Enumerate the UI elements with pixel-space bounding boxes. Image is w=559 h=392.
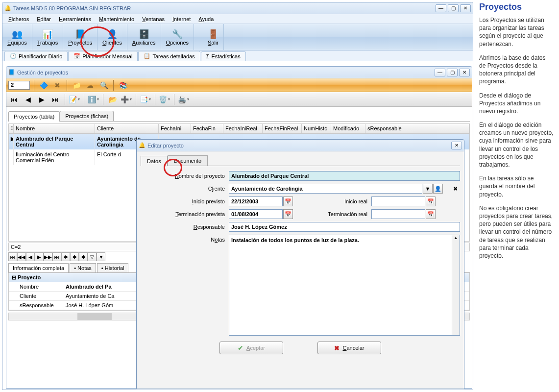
maximize-button[interactable]: ▢ xyxy=(447,69,458,76)
nav-prev[interactable]: ◀ xyxy=(22,94,34,105)
col-fechaini[interactable]: FechaIni xyxy=(159,124,191,133)
app-icon: 🔔 xyxy=(4,5,11,12)
calendar-icon[interactable]: 📅 xyxy=(426,209,436,219)
input-cliente[interactable] xyxy=(229,184,422,194)
nav-last-btn[interactable]: ⏭ xyxy=(52,252,61,261)
nav-fwd-btn[interactable]: ▶ xyxy=(35,252,44,261)
info-icon[interactable]: ℹ️▼ xyxy=(88,94,99,105)
tab-planif-mensual[interactable]: 📅Planificador Mensual xyxy=(68,51,138,61)
menu-ayuda[interactable]: Ayuda xyxy=(194,15,218,23)
print-icon[interactable]: 🖨️▼ xyxy=(178,94,190,105)
calendar-icon[interactable]: 📅 xyxy=(283,209,293,219)
close-button[interactable]: ✕ xyxy=(451,142,462,149)
edit-dialog: 🔔 Editar proyecto ✕ Datos Documento Nomb… xyxy=(136,139,464,389)
copy-icon[interactable]: 📑▼ xyxy=(140,94,151,105)
itab-historial[interactable]: • Historial xyxy=(97,263,129,272)
minimize-button[interactable]: ― xyxy=(435,69,445,76)
nav-back-btn[interactable]: ◀ xyxy=(26,252,35,261)
menu-herramientas[interactable]: Herramientas xyxy=(55,15,95,23)
col-sresponsable[interactable]: sResponsable xyxy=(365,124,469,133)
maximize-button[interactable]: ▢ xyxy=(448,4,459,12)
x-icon: ✖ xyxy=(334,344,340,352)
help-paragraph: Los Proyectos se utilizan para organizar… xyxy=(479,16,554,48)
nav-next[interactable]: ▶ xyxy=(36,94,48,105)
nav-funnel-btn[interactable]: ▽ xyxy=(88,252,97,261)
col-numhist[interactable]: NumHistc xyxy=(302,124,331,133)
tab-tabla[interactable]: Proyectos (tabla) xyxy=(8,111,60,122)
nav-drop-btn[interactable]: ▾ xyxy=(97,252,105,261)
menu-editar[interactable]: Editar xyxy=(33,15,55,23)
folder-icon[interactable]: 📁 xyxy=(71,80,82,91)
nav-check-btn[interactable]: ✱ xyxy=(79,252,88,261)
close-button[interactable]: ✕ xyxy=(460,4,471,12)
nav-next-btn[interactable]: ▶▶ xyxy=(44,252,52,261)
aceptar-button[interactable]: ✔Aceptar xyxy=(219,342,283,354)
col-modificado[interactable]: Modificado xyxy=(331,124,365,133)
tb-salir[interactable]: 🚪Salir xyxy=(203,24,224,50)
col-nombre[interactable]: Nombre xyxy=(14,124,95,133)
menu-ventanas[interactable]: Ventanas xyxy=(138,15,169,23)
etab-datos[interactable]: Datos xyxy=(141,156,168,166)
tb-clientes[interactable]: 👤Clientes xyxy=(97,24,127,50)
itab-notas[interactable]: • Notas xyxy=(70,263,96,272)
etab-documento[interactable]: Documento xyxy=(168,155,208,166)
col-cliente[interactable]: Cliente xyxy=(95,124,159,133)
new-record-icon[interactable]: ➕▼ xyxy=(121,94,132,105)
projects-icon: 📘 xyxy=(75,29,86,40)
tab-tareas-detalladas[interactable]: 📋Tareas detalladas xyxy=(138,51,200,61)
filter-icon[interactable]: 🔷 xyxy=(38,80,49,91)
input-inicio-previsto[interactable] xyxy=(229,196,283,206)
tb-equipos[interactable]: 👥Equipos xyxy=(2,24,32,50)
input-terminacion-prevista[interactable] xyxy=(229,209,283,219)
input-terminacion-real[interactable] xyxy=(371,209,425,219)
nav-first[interactable]: ⏮ xyxy=(8,94,20,105)
nav-add-btn[interactable]: ✱ xyxy=(61,252,70,261)
textarea-notas[interactable]: Instalación de todos los puntos de luz d… xyxy=(229,235,460,336)
tb-proyectos[interactable]: 📘Proyectos xyxy=(63,24,97,50)
tab-estadisticas[interactable]: ΣEstadísticas xyxy=(201,51,246,61)
client-clear-icon[interactable]: ✖ xyxy=(450,184,460,194)
cancelar-button[interactable]: ✖Cancelar xyxy=(317,342,381,354)
label-inicio-previsto: Inicio previsto xyxy=(141,198,229,204)
cloud-icon[interactable]: ☁ xyxy=(85,80,96,91)
col-fechafinreal[interactable]: FechaFinReal xyxy=(263,124,302,133)
edit-title: Editar proyecto xyxy=(147,143,451,148)
projects-icon: 📘 xyxy=(8,69,15,76)
tb-opciones[interactable]: 🔧Opciones xyxy=(161,24,194,50)
menu-ficheros[interactable]: Ficheros xyxy=(4,15,33,23)
nav-last[interactable]: ⏭ xyxy=(49,94,61,105)
tb-trabajos[interactable]: 📊Trabajos xyxy=(32,24,63,50)
gestion-titlebar: 📘 Gestión de proyectos ― ▢ ✕ xyxy=(6,67,472,78)
nav-prev-btn[interactable]: ◀◀ xyxy=(17,252,26,261)
client-add-icon[interactable]: 👤 xyxy=(433,184,443,194)
nav-del-btn[interactable]: ✱ xyxy=(70,252,79,261)
edit-titlebar: 🔔 Editar proyecto ✕ xyxy=(137,140,464,151)
col-fechafin[interactable]: FechaFin xyxy=(191,124,223,133)
open-icon[interactable]: 📂 xyxy=(107,94,119,105)
cabinet-icon: 🗄️ xyxy=(139,29,149,40)
delete-record-icon[interactable]: 🗑️▼ xyxy=(159,94,170,105)
tb-auxiliares[interactable]: 🗄️Auxiliares xyxy=(127,24,161,50)
menu-mantenimiento[interactable]: Mantenimiento xyxy=(95,15,138,23)
search-icon[interactable]: 🔍 xyxy=(98,80,109,91)
minimize-button[interactable]: ― xyxy=(436,4,446,12)
calendar-icon[interactable]: 📅 xyxy=(426,196,436,206)
nav-first-btn[interactable]: ⏮ xyxy=(8,252,17,261)
check-icon: ✔ xyxy=(238,344,243,352)
menu-internet[interactable]: Internet xyxy=(169,15,194,23)
client-dropdown[interactable]: ▼ xyxy=(423,184,433,194)
edit-icon[interactable]: 📝▼ xyxy=(69,94,80,105)
book-icon[interactable]: 📚 xyxy=(118,80,128,91)
scrollbar[interactable]: ▴ xyxy=(452,235,460,335)
col-fechainireal[interactable]: FechaIniReal xyxy=(223,124,263,133)
tab-planif-diario[interactable]: 🕐Planificador Diario xyxy=(4,51,68,61)
tab-fichas[interactable]: Proyectos (fichas) xyxy=(60,111,114,121)
delete-icon[interactable]: ✖ xyxy=(52,80,63,91)
calendar-icon[interactable]: 📅 xyxy=(283,196,293,206)
itab-info[interactable]: Información completa xyxy=(8,263,69,272)
input-nombre[interactable] xyxy=(229,171,460,181)
input-inicio-real[interactable] xyxy=(371,196,425,206)
close-button[interactable]: ✕ xyxy=(459,69,470,76)
input-responsable[interactable] xyxy=(229,222,460,232)
label-terminacion-real: Terminación real xyxy=(313,211,371,217)
